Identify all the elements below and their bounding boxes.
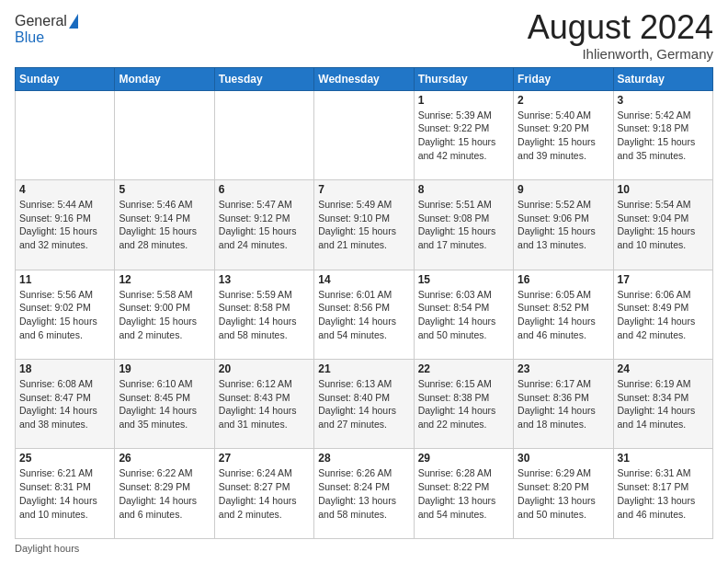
logo-triangle-icon bbox=[69, 14, 78, 29]
logo-general-text: General bbox=[15, 13, 67, 29]
calendar-header-sunday: Sunday bbox=[16, 67, 115, 90]
calendar-cell bbox=[314, 90, 414, 179]
calendar-cell: 4Sunrise: 5:44 AMSunset: 9:16 PMDaylight… bbox=[16, 180, 115, 270]
day-info: Sunrise: 6:17 AMSunset: 8:36 PMDaylight:… bbox=[518, 377, 609, 431]
calendar-cell: 5Sunrise: 5:46 AMSunset: 9:14 PMDaylight… bbox=[115, 180, 214, 270]
day-info: Sunrise: 5:56 AMSunset: 9:02 PMDaylight:… bbox=[19, 288, 110, 342]
calendar-header-monday: Monday bbox=[115, 67, 214, 90]
month-title: August 2024 bbox=[528, 9, 713, 46]
daylight-label: Daylight hours bbox=[15, 543, 79, 554]
calendar-cell: 8Sunrise: 5:51 AMSunset: 9:08 PMDaylight… bbox=[414, 180, 513, 270]
calendar-cell: 27Sunrise: 6:24 AMSunset: 8:27 PMDayligh… bbox=[214, 449, 313, 539]
calendar-week-3: 11Sunrise: 5:56 AMSunset: 9:02 PMDayligh… bbox=[16, 270, 713, 359]
day-info: Sunrise: 6:28 AMSunset: 8:22 PMDaylight:… bbox=[418, 466, 509, 521]
calendar-cell: 13Sunrise: 5:59 AMSunset: 8:58 PMDayligh… bbox=[214, 270, 313, 359]
calendar-cell: 31Sunrise: 6:31 AMSunset: 8:17 PMDayligh… bbox=[613, 449, 712, 539]
day-info: Sunrise: 6:10 AMSunset: 8:45 PMDaylight:… bbox=[119, 377, 210, 431]
day-number: 20 bbox=[219, 362, 310, 375]
calendar-week-4: 18Sunrise: 6:08 AMSunset: 8:47 PMDayligh… bbox=[16, 360, 713, 449]
day-number: 25 bbox=[19, 452, 110, 465]
day-info: Sunrise: 5:39 AMSunset: 9:22 PMDaylight:… bbox=[418, 109, 509, 163]
day-number: 26 bbox=[119, 452, 210, 465]
day-number: 8 bbox=[418, 183, 509, 196]
day-info: Sunrise: 5:52 AMSunset: 9:06 PMDaylight:… bbox=[518, 198, 609, 252]
day-number: 21 bbox=[318, 362, 409, 375]
day-info: Sunrise: 6:06 AMSunset: 8:49 PMDaylight:… bbox=[618, 288, 709, 342]
calendar-cell: 11Sunrise: 5:56 AMSunset: 9:02 PMDayligh… bbox=[16, 270, 115, 359]
day-number: 16 bbox=[518, 273, 609, 286]
day-info: Sunrise: 6:05 AMSunset: 8:52 PMDaylight:… bbox=[518, 288, 609, 342]
calendar-cell: 1Sunrise: 5:39 AMSunset: 9:22 PMDaylight… bbox=[414, 90, 513, 179]
day-info: Sunrise: 5:44 AMSunset: 9:16 PMDaylight:… bbox=[19, 198, 110, 252]
day-number: 7 bbox=[318, 183, 409, 196]
day-info: Sunrise: 6:03 AMSunset: 8:54 PMDaylight:… bbox=[418, 288, 509, 342]
calendar-week-1: 1Sunrise: 5:39 AMSunset: 9:22 PMDaylight… bbox=[16, 90, 713, 179]
day-number: 3 bbox=[618, 94, 709, 107]
day-number: 17 bbox=[618, 273, 709, 286]
calendar-cell: 20Sunrise: 6:12 AMSunset: 8:43 PMDayligh… bbox=[214, 360, 313, 449]
footer: Daylight hours bbox=[15, 543, 713, 554]
day-number: 2 bbox=[518, 94, 609, 107]
day-number: 31 bbox=[618, 452, 709, 465]
day-info: Sunrise: 6:21 AMSunset: 8:31 PMDaylight:… bbox=[19, 466, 110, 521]
calendar-cell bbox=[115, 90, 214, 179]
calendar-cell: 12Sunrise: 5:58 AMSunset: 9:00 PMDayligh… bbox=[115, 270, 214, 359]
calendar-cell: 2Sunrise: 5:40 AMSunset: 9:20 PMDaylight… bbox=[514, 90, 613, 179]
day-info: Sunrise: 6:26 AMSunset: 8:24 PMDaylight:… bbox=[318, 466, 409, 521]
day-number: 15 bbox=[418, 273, 509, 286]
day-number: 24 bbox=[618, 362, 709, 375]
calendar-cell: 9Sunrise: 5:52 AMSunset: 9:06 PMDaylight… bbox=[514, 180, 613, 270]
day-info: Sunrise: 5:49 AMSunset: 9:10 PMDaylight:… bbox=[318, 198, 409, 252]
day-info: Sunrise: 6:19 AMSunset: 8:34 PMDaylight:… bbox=[618, 377, 709, 431]
day-number: 6 bbox=[219, 183, 310, 196]
day-info: Sunrise: 5:54 AMSunset: 9:04 PMDaylight:… bbox=[618, 198, 709, 252]
day-info: Sunrise: 5:58 AMSunset: 9:00 PMDaylight:… bbox=[119, 288, 210, 342]
day-info: Sunrise: 5:42 AMSunset: 9:18 PMDaylight:… bbox=[618, 109, 709, 163]
day-info: Sunrise: 5:40 AMSunset: 9:20 PMDaylight:… bbox=[518, 109, 609, 163]
day-info: Sunrise: 6:12 AMSunset: 8:43 PMDaylight:… bbox=[219, 377, 310, 431]
day-number: 19 bbox=[119, 362, 210, 375]
calendar-cell: 26Sunrise: 6:22 AMSunset: 8:29 PMDayligh… bbox=[115, 449, 214, 539]
calendar-cell: 10Sunrise: 5:54 AMSunset: 9:04 PMDayligh… bbox=[613, 180, 712, 270]
calendar-cell: 21Sunrise: 6:13 AMSunset: 8:40 PMDayligh… bbox=[314, 360, 414, 449]
calendar-cell: 17Sunrise: 6:06 AMSunset: 8:49 PMDayligh… bbox=[613, 270, 712, 359]
day-number: 29 bbox=[418, 452, 509, 465]
day-info: Sunrise: 6:24 AMSunset: 8:27 PMDaylight:… bbox=[219, 466, 310, 521]
calendar-cell: 22Sunrise: 6:15 AMSunset: 8:38 PMDayligh… bbox=[414, 360, 513, 449]
calendar-cell bbox=[214, 90, 313, 179]
calendar-cell: 29Sunrise: 6:28 AMSunset: 8:22 PMDayligh… bbox=[414, 449, 513, 539]
day-info: Sunrise: 6:15 AMSunset: 8:38 PMDaylight:… bbox=[418, 377, 509, 431]
calendar-cell: 25Sunrise: 6:21 AMSunset: 8:31 PMDayligh… bbox=[16, 449, 115, 539]
day-number: 27 bbox=[219, 452, 310, 465]
calendar-cell bbox=[16, 90, 115, 179]
calendar-header-wednesday: Wednesday bbox=[314, 67, 414, 90]
day-number: 28 bbox=[318, 452, 409, 465]
calendar-header-thursday: Thursday bbox=[414, 67, 513, 90]
title-block: August 2024 Ihlienworth, Germany bbox=[528, 9, 713, 62]
day-number: 14 bbox=[318, 273, 409, 286]
day-info: Sunrise: 6:31 AMSunset: 8:17 PMDaylight:… bbox=[618, 466, 709, 521]
calendar-cell: 15Sunrise: 6:03 AMSunset: 8:54 PMDayligh… bbox=[414, 270, 513, 359]
day-info: Sunrise: 5:51 AMSunset: 9:08 PMDaylight:… bbox=[418, 198, 509, 252]
calendar-cell: 23Sunrise: 6:17 AMSunset: 8:36 PMDayligh… bbox=[514, 360, 613, 449]
day-info: Sunrise: 6:01 AMSunset: 8:56 PMDaylight:… bbox=[318, 288, 409, 342]
day-info: Sunrise: 6:08 AMSunset: 8:47 PMDaylight:… bbox=[19, 377, 110, 431]
calendar-cell: 28Sunrise: 6:26 AMSunset: 8:24 PMDayligh… bbox=[314, 449, 414, 539]
day-info: Sunrise: 6:29 AMSunset: 8:20 PMDaylight:… bbox=[518, 466, 609, 521]
logo: General Blue bbox=[15, 13, 78, 46]
day-number: 12 bbox=[119, 273, 210, 286]
day-number: 22 bbox=[418, 362, 509, 375]
day-number: 5 bbox=[119, 183, 210, 196]
day-number: 1 bbox=[418, 94, 509, 107]
calendar-header-row: SundayMondayTuesdayWednesdayThursdayFrid… bbox=[16, 67, 713, 90]
calendar-cell: 18Sunrise: 6:08 AMSunset: 8:47 PMDayligh… bbox=[16, 360, 115, 449]
calendar-cell: 6Sunrise: 5:47 AMSunset: 9:12 PMDaylight… bbox=[214, 180, 313, 270]
calendar-cell: 24Sunrise: 6:19 AMSunset: 8:34 PMDayligh… bbox=[613, 360, 712, 449]
calendar-cell: 30Sunrise: 6:29 AMSunset: 8:20 PMDayligh… bbox=[514, 449, 613, 539]
calendar-cell: 3Sunrise: 5:42 AMSunset: 9:18 PMDaylight… bbox=[613, 90, 712, 179]
day-number: 10 bbox=[618, 183, 709, 196]
day-info: Sunrise: 5:46 AMSunset: 9:14 PMDaylight:… bbox=[119, 198, 210, 252]
calendar-week-2: 4Sunrise: 5:44 AMSunset: 9:16 PMDaylight… bbox=[16, 180, 713, 270]
day-number: 13 bbox=[219, 273, 310, 286]
day-number: 23 bbox=[518, 362, 609, 375]
